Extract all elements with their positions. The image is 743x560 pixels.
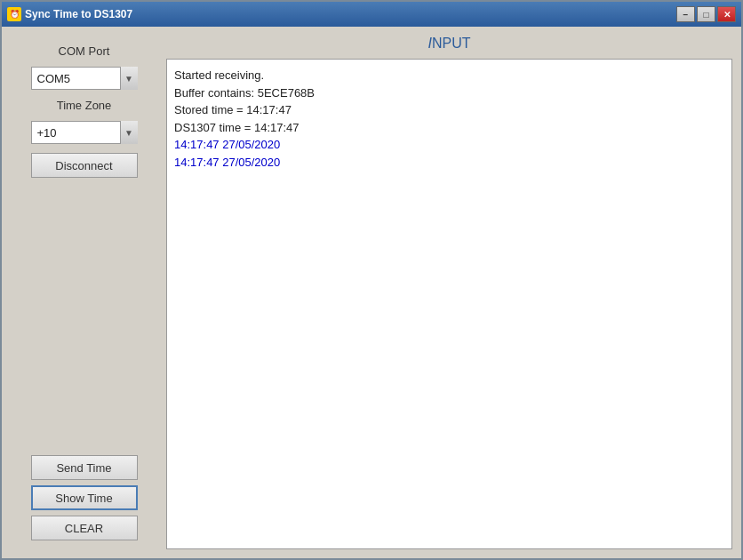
log-line: Stored time = 14:17:47 — [174, 101, 724, 119]
log-line: Buffer contains: 5ECE768B — [174, 84, 724, 102]
restore-button[interactable]: □ — [697, 6, 715, 22]
window-title: Sync Time to DS1307 — [25, 8, 676, 20]
bottom-buttons: Send Time Show Time CLEAR — [31, 455, 138, 540]
title-bar: ⏰ Sync Time to DS1307 − □ ✕ — [2, 2, 741, 27]
log-line: Started receiving. — [174, 67, 724, 84]
input-header: INPUT — [166, 36, 732, 52]
text-area: Started receiving.Buffer contains: 5ECE7… — [166, 59, 732, 549]
time-zone-label: Time Zone — [57, 99, 112, 112]
window-content: COM Port COM5 COM1 COM2 COM3 COM4 ▼ Time… — [2, 27, 741, 558]
minimize-button[interactable]: − — [676, 6, 695, 22]
window-icon: ⏰ — [7, 7, 21, 21]
show-time-button[interactable]: Show Time — [31, 485, 138, 510]
clear-button[interactable]: CLEAR — [31, 516, 138, 540]
close-button[interactable]: ✕ — [717, 6, 736, 22]
com-port-label: COM Port — [59, 44, 110, 58]
log-line: DS1307 time = 14:17:47 — [174, 119, 724, 137]
time-zone-select[interactable]: +10 -12 0 +1 +9 — [31, 121, 138, 144]
com-port-wrapper: COM5 COM1 COM2 COM3 COM4 ▼ — [31, 67, 138, 90]
left-panel: COM Port COM5 COM1 COM2 COM3 COM4 ▼ Time… — [11, 36, 157, 549]
main-area: COM Port COM5 COM1 COM2 COM3 COM4 ▼ Time… — [11, 36, 732, 549]
time-zone-wrapper: +10 -12 0 +1 +9 ▼ — [31, 121, 138, 144]
log-line: 14:17:47 27/05/2020 — [174, 136, 724, 154]
com-port-select[interactable]: COM5 COM1 COM2 COM3 COM4 — [31, 67, 138, 90]
send-time-button[interactable]: Send Time — [31, 455, 138, 480]
disconnect-button[interactable]: Disconnect — [31, 153, 138, 178]
log-line: 14:17:47 27/05/2020 — [174, 154, 724, 172]
title-bar-buttons: − □ ✕ — [676, 6, 736, 22]
main-window: ⏰ Sync Time to DS1307 − □ ✕ COM Port COM… — [0, 0, 743, 560]
right-panel: INPUT Started receiving.Buffer contains:… — [166, 36, 732, 549]
